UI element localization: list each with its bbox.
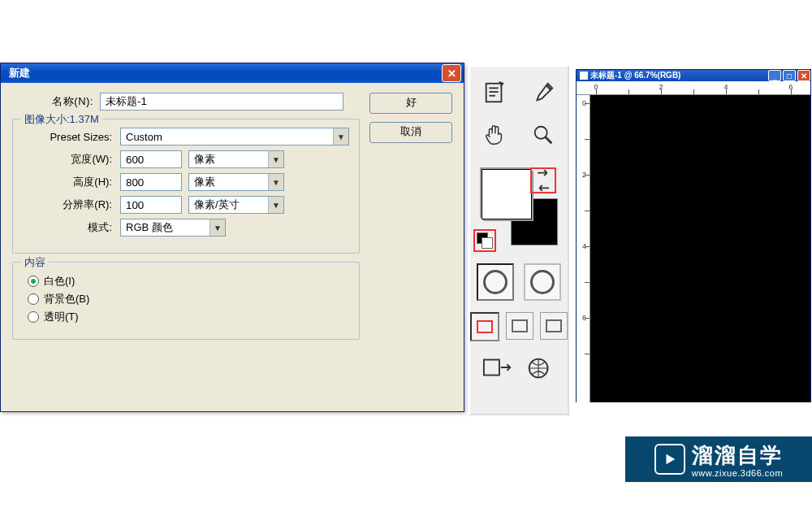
svg-line-6	[546, 137, 552, 144]
radio-dot-icon	[28, 311, 39, 323]
resolution-input[interactable]	[120, 196, 182, 214]
ruler-vertical: 0 2 4 6	[577, 95, 590, 402]
resolution-unit-select[interactable]: 像素/英寸 ▼	[188, 196, 284, 214]
width-label: 宽度(W):	[23, 152, 120, 167]
document-canvas[interactable]	[590, 95, 810, 402]
foreground-color-swatch[interactable]	[482, 169, 532, 219]
standard-mode-button[interactable]	[477, 263, 514, 301]
jump-browser-icon[interactable]	[525, 354, 555, 384]
chevron-down-icon: ▼	[268, 174, 283, 190]
eyedropper-tool-button[interactable]	[526, 75, 560, 111]
tool-options-panel	[469, 65, 569, 415]
preset-sizes-select[interactable]: Custom ▼	[120, 128, 349, 145]
play-icon	[654, 444, 685, 475]
screen-full-menubar-button[interactable]	[506, 312, 533, 340]
ok-button[interactable]: 好	[369, 93, 452, 114]
dialog-title: 新建	[9, 66, 30, 80]
mode-select[interactable]: RGB 颜色 ▼	[120, 219, 226, 237]
height-input[interactable]	[120, 173, 182, 191]
contents-legend: 内容	[21, 255, 49, 270]
watermark-brand: 溜溜自学	[692, 443, 783, 467]
svg-rect-7	[484, 360, 499, 376]
image-size-legend: 图像大小:1.37M	[21, 112, 102, 127]
default-colors-icon[interactable]	[473, 229, 496, 252]
radio-background-color[interactable]: 背景色(B)	[28, 292, 344, 306]
document-window: 未标题-1 @ 66.7%(RGB) _ □ ✕ 0 2 4 6 0 2 4 6	[576, 69, 811, 402]
chevron-down-icon: ▼	[268, 197, 283, 213]
svg-marker-9	[666, 454, 675, 465]
minimize-icon[interactable]: _	[768, 70, 781, 81]
radio-dot-icon	[28, 276, 39, 287]
watermark: 溜溜自学 www.zixue.3d66.com	[625, 436, 812, 482]
width-input[interactable]	[120, 150, 182, 168]
radio-white[interactable]: 白色(I)	[28, 274, 344, 289]
jump-to-imageready-icon[interactable]	[482, 354, 513, 384]
swap-colors-icon[interactable]	[530, 167, 556, 193]
chevron-down-icon: ▼	[268, 151, 283, 167]
maximize-icon[interactable]: □	[783, 70, 796, 81]
zoom-tool-button[interactable]	[526, 117, 560, 153]
color-swatches	[478, 166, 559, 249]
document-titlebar[interactable]: 未标题-1 @ 66.7%(RGB) _ □ ✕	[577, 70, 810, 81]
notes-tool-button[interactable]	[477, 75, 512, 111]
document-title: 未标题-1 @ 66.7%(RGB)	[590, 70, 680, 81]
dialog-titlebar[interactable]: 新建 ✕	[1, 63, 464, 83]
screen-standard-button[interactable]	[470, 312, 499, 341]
svg-point-5	[535, 127, 547, 139]
radio-dot-icon	[28, 293, 39, 305]
image-size-group: 图像大小:1.37M Preset Sizes: Custom ▼ 宽度(W):…	[12, 119, 360, 254]
name-label: 名称(N):	[12, 94, 100, 109]
resolution-label: 分辨率(R):	[23, 198, 120, 212]
document-icon	[580, 72, 588, 80]
width-unit-select[interactable]: 像素 ▼	[188, 150, 284, 168]
height-unit-select[interactable]: 像素 ▼	[188, 173, 284, 191]
hand-tool-button[interactable]	[477, 117, 512, 153]
chevron-down-icon: ▼	[333, 128, 348, 145]
radio-transparent[interactable]: 透明(T)	[28, 310, 344, 324]
ruler-horizontal: 0 2 4 6	[577, 81, 810, 95]
mode-label: 模式:	[23, 220, 120, 235]
chevron-down-icon: ▼	[209, 219, 225, 236]
watermark-url: www.zixue.3d66.com	[692, 468, 783, 478]
screen-full-button[interactable]	[540, 312, 568, 340]
close-icon[interactable]: ✕	[797, 70, 810, 81]
quickmask-mode-button[interactable]	[524, 263, 561, 301]
name-input[interactable]	[100, 93, 343, 111]
contents-group: 内容 白色(I) 背景色(B) 透明(T)	[12, 262, 360, 340]
preset-label: Preset Sizes:	[23, 131, 120, 143]
height-label: 高度(H):	[23, 175, 120, 189]
new-document-dialog: 新建 ✕ 名称(N): 图像大小:1.37M Preset Sizes: Cus…	[0, 63, 464, 412]
close-icon[interactable]: ✕	[442, 64, 461, 82]
cancel-button[interactable]: 取消	[369, 122, 452, 143]
